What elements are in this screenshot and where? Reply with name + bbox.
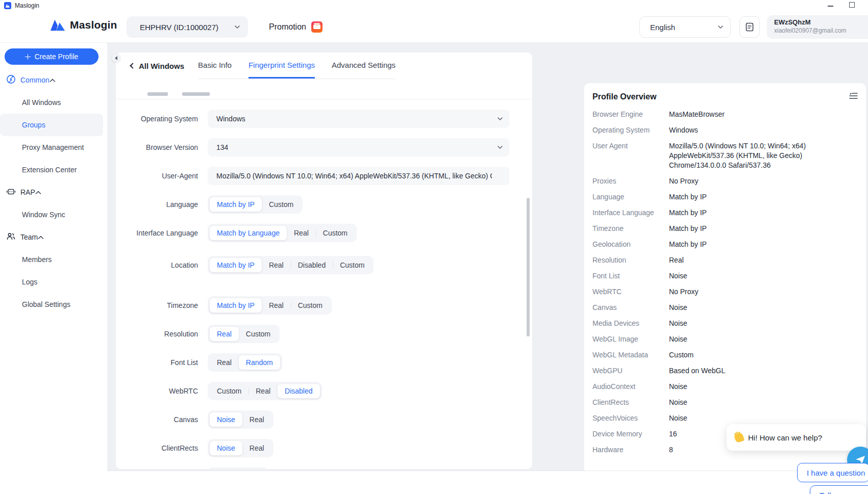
form-row-font-list: Font ListRealRandom	[116, 353, 532, 372]
language-value: English	[650, 23, 718, 32]
document-icon	[746, 22, 754, 32]
sidebar-section-rap[interactable]: RAP	[0, 181, 107, 203]
overview-value: Noise	[669, 413, 858, 423]
operating-system-select[interactable]: Windows	[208, 110, 509, 128]
browser-version-select[interactable]: 134	[208, 138, 509, 157]
segment-option[interactable]: Noise	[210, 441, 242, 455]
overview-label: Browser Engine	[592, 110, 669, 119]
chevron-up-icon	[38, 232, 44, 242]
segment-option[interactable]: Match by Language	[210, 226, 287, 240]
overview-row: Font ListNoise	[592, 271, 858, 281]
segment-option[interactable]: Match by IP	[210, 258, 262, 272]
sidebar-section-team[interactable]: Team	[0, 226, 107, 248]
tab-advanced-settings[interactable]: Advanced Settings	[332, 53, 395, 79]
waving-hand-icon	[734, 432, 745, 443]
sidebar-item-logs[interactable]: Logs	[0, 271, 103, 293]
segment-option[interactable]: Custom	[333, 258, 371, 272]
overview-row: ClientRectsNoise	[592, 398, 858, 407]
timezone-segment: Match by IPRealCustom	[208, 296, 332, 315]
sidebar-item-groups[interactable]: Groups	[0, 114, 103, 136]
tabs-group: Basic InfoFingerprint SettingsAdvanced S…	[198, 53, 395, 79]
promotion-link[interactable]: Promotion	[269, 16, 323, 38]
docs-button[interactable]	[739, 16, 760, 38]
back-to-all-windows[interactable]: All Windows	[131, 53, 184, 79]
overview-value: Based on WebGL	[669, 366, 858, 376]
form-row-clientrects: ClientRectsNoiseReal	[116, 439, 532, 457]
segment-option[interactable]: Real	[210, 327, 239, 341]
segment-option[interactable]: Real	[249, 384, 278, 398]
form-row-resolution: ResolutionRealCustom	[116, 325, 532, 343]
form-label: User-Agent	[116, 167, 208, 185]
profile-selector-dropdown[interactable]: EHPHRV (ID:1000027)	[127, 16, 248, 38]
segment-option[interactable]: Match by IP	[210, 298, 262, 313]
segment-option[interactable]: Custom	[291, 298, 330, 313]
overview-value: Match by IP	[669, 224, 858, 233]
chat-greeting-bubble[interactable]: Hi! How can we help?	[727, 424, 866, 451]
overview-row: ResolutionReal	[592, 255, 858, 265]
collapse-panel-icon[interactable]	[849, 92, 858, 99]
form-label: Timezone	[116, 296, 208, 315]
segment-option[interactable]: Match by IP	[210, 197, 262, 212]
sidebar-collapse-button[interactable]	[112, 54, 120, 62]
form-row-language: LanguageMatch by IPCustom	[116, 195, 532, 214]
overview-row: Media DevicesNoise	[592, 319, 858, 328]
overview-value: Match by IP	[669, 208, 858, 218]
team-icon	[6, 231, 16, 243]
language-dropdown[interactable]: English	[639, 16, 731, 38]
segment-option[interactable]: Real	[210, 355, 239, 370]
overview-value: Match by IP	[669, 240, 858, 249]
segment-option[interactable]: Custom	[316, 226, 355, 240]
overview-row: LanguageMatch by IP	[592, 192, 858, 202]
user-email: xiaofei020907@gmail.com	[774, 27, 863, 34]
sidebar-section-label: Team	[20, 233, 38, 241]
main-panel: All Windows Basic InfoFingerprint Settin…	[116, 53, 532, 469]
sidebar-section-common[interactable]: Common	[0, 69, 107, 91]
overview-label: ClientRects	[592, 398, 669, 407]
segment-option[interactable]: Custom	[262, 197, 301, 212]
tab-bar: All Windows Basic InfoFingerprint Settin…	[116, 53, 532, 79]
segment-option[interactable]: Custom	[210, 384, 249, 398]
sidebar-item-extension-center[interactable]: Extension Center	[0, 159, 103, 181]
sidebar-item-proxy-management[interactable]: Proxy Management	[0, 136, 103, 159]
scrollbar-thumb[interactable]	[527, 198, 530, 336]
form-row-browser-version: Browser Version134	[116, 138, 532, 157]
app-logo-icon	[49, 18, 66, 32]
segment-option[interactable]: Custom	[239, 327, 278, 341]
segment-option[interactable]: Real	[262, 298, 291, 313]
overview-value: MasMateBrowser	[669, 110, 858, 119]
segment-option[interactable]: Real	[262, 258, 291, 272]
chevron-down-icon	[235, 24, 240, 30]
segment-option[interactable]: Real	[242, 412, 271, 427]
maximize-icon[interactable]	[849, 2, 855, 8]
overview-row: ProxiesNo Proxy	[592, 176, 858, 186]
tab-fingerprint-settings[interactable]: Fingerprint Settings	[249, 53, 315, 79]
location-segment: Match by IPRealDisabledCustom	[208, 256, 374, 274]
tab-basic-info[interactable]: Basic Info	[198, 53, 232, 79]
segment-option[interactable]: Real	[242, 441, 271, 455]
segment-option[interactable]: Noise	[210, 412, 242, 427]
minimize-icon[interactable]	[828, 6, 833, 7]
overview-row: WebGL MetadataCustom	[592, 350, 858, 360]
chat-quick-reply-question[interactable]: I have a question	[797, 463, 868, 482]
segment-option[interactable]: Disabled	[291, 258, 333, 272]
user-account[interactable]: EWzSQhzM xiaofei020907@gmail.com	[767, 15, 868, 39]
chat-quick-reply-tell-more[interactable]: Tell me more	[810, 485, 868, 494]
sidebar-item-all-windows[interactable]: All Windows	[0, 91, 103, 114]
user-agent-input[interactable]: Mozilla/5.0 (Windows NT 10.0; Win64; x64…	[208, 167, 509, 185]
plus-icon	[25, 54, 31, 60]
segment-option[interactable]: Real	[287, 226, 316, 240]
overview-label: Hardware	[592, 445, 669, 455]
overview-label: WebRTC	[592, 287, 669, 297]
overview-row: WebRTCNo Proxy	[592, 287, 858, 297]
segment-option[interactable]: Random	[239, 355, 280, 370]
overview-label: Device Memory	[592, 429, 669, 439]
sidebar-item-members[interactable]: Members	[0, 248, 103, 271]
sidebar-item-window-sync[interactable]: Window Sync	[0, 203, 103, 226]
form-label: Resolution	[116, 325, 208, 343]
overview-row: Interface LanguageMatch by IP	[592, 208, 858, 218]
form-label: Location	[116, 256, 208, 274]
create-profile-button[interactable]: Create Profile	[5, 48, 98, 65]
segment-option[interactable]: Disabled	[278, 384, 319, 398]
clientrects-segment: NoiseReal	[208, 439, 274, 457]
sidebar-item-global-settings[interactable]: Global Settings	[0, 293, 103, 316]
